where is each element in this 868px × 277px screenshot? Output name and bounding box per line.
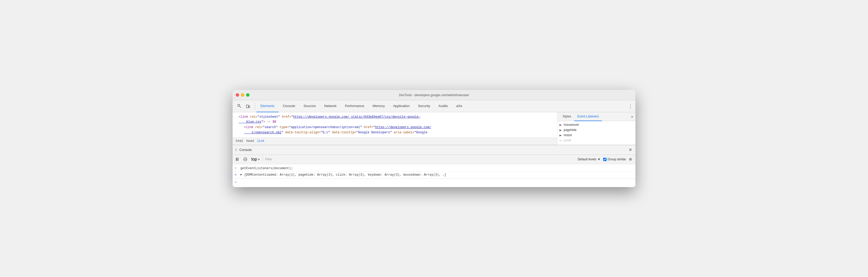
styles-panel: Styles Event Listeners » ▶ mouseover ▶ p… [557, 112, 636, 145]
tab-console[interactable]: Console [279, 100, 299, 112]
console-prompt-input: > [235, 166, 238, 171]
event-item-scroll-partial[interactable]: — scroll [557, 138, 636, 143]
tab-memory[interactable]: Memory [369, 100, 389, 112]
more-tabs-button[interactable]: ⋮ [627, 102, 634, 110]
traffic-lights [236, 93, 249, 97]
html-code-2: <link rel="search" type="application/ope… [244, 125, 556, 135]
device-toggle-button[interactable] [244, 102, 252, 110]
console-toolbar: top ▼ Default levels ▼ Group similar [232, 155, 636, 164]
close-button[interactable] [236, 93, 239, 97]
title-bar: DevTools - developers.google.com/web/sho… [232, 90, 636, 100]
tab-performance[interactable]: Performance [341, 100, 368, 112]
expand-arrow-pagehide[interactable]: ▶ [560, 129, 562, 131]
tab-styles[interactable]: Styles [560, 112, 574, 121]
devtools-container: Elements Console Sources Network Perform… [232, 100, 636, 187]
expand-arrow-mouseover[interactable]: ▶ [560, 123, 562, 126]
group-similar-text: Group similar [608, 157, 626, 161]
event-name-pagehide: pagehide [564, 128, 577, 132]
context-selector[interactable]: top ▼ [250, 156, 262, 162]
event-item-pagehide[interactable]: ▶ pagehide [557, 127, 636, 132]
main-tabs: Elements Console Sources Network Perform… [256, 100, 627, 112]
group-similar-checkbox[interactable] [603, 158, 607, 161]
breadcrumb-bar: html head link [232, 137, 557, 145]
svg-rect-4 [238, 158, 238, 161]
svg-rect-2 [249, 106, 250, 107]
event-name-resize: resize [564, 133, 572, 137]
console-play-button[interactable] [234, 156, 241, 163]
console-close-button[interactable]: ✕ [627, 147, 633, 153]
console-drag-handle[interactable]: ⠿ [235, 148, 237, 152]
tab-network[interactable]: Network [320, 100, 341, 112]
svg-rect-1 [246, 105, 248, 108]
console-text-output: {DOMContentLoaded: Array(1), pagehide: A… [244, 172, 633, 178]
svg-point-7 [630, 159, 631, 160]
console-clear-button[interactable] [242, 156, 249, 163]
devtools-window: DevTools - developers.google.com/web/sho… [232, 90, 636, 187]
minimize-button[interactable] [241, 93, 244, 97]
console-line-output: < ▶ {DOMContentLoaded: Array(1), pagehid… [232, 172, 636, 178]
filter-divider [263, 157, 263, 162]
inspect-element-button[interactable] [236, 102, 244, 110]
context-dropdown-arrow: ▼ [257, 158, 260, 161]
levels-label: Default levels [578, 157, 596, 161]
main-area: ... <link rel="stylesheet" href="https:/… [232, 112, 636, 145]
console-output[interactable]: > getEventListeners(document); < ▶ {DOMC… [232, 164, 636, 187]
breadcrumb-html[interactable]: html [235, 139, 244, 144]
console-settings-button[interactable] [627, 156, 634, 163]
expand-output-arrow[interactable]: ▶ [240, 172, 242, 177]
group-similar-label[interactable]: Group similar [603, 157, 626, 161]
breadcrumb-head[interactable]: head [245, 139, 255, 144]
tab-axe[interactable]: aXe [452, 100, 466, 112]
event-listeners-content: ▶ mouseover ▶ pagehide ▶ resize — scroll [557, 121, 636, 145]
svg-rect-3 [236, 158, 237, 161]
tab-security[interactable]: Security [414, 100, 434, 112]
line-prefix-1: ... [234, 115, 239, 120]
console-title: Console [239, 148, 252, 152]
console-header: ⠿ Console ✕ [232, 145, 636, 155]
expand-arrow-resize[interactable]: ▶ [560, 134, 562, 136]
console-line-input: > getEventListeners(document); [232, 165, 636, 172]
event-name-mouseover: mouseover [564, 123, 579, 127]
html-line-1: ... <link rel="stylesheet" href="https:/… [234, 114, 556, 125]
tab-application[interactable]: Application [389, 100, 414, 112]
console-filter-input[interactable] [264, 157, 575, 161]
tab-elements[interactable]: Elements [256, 100, 279, 112]
toolbar-icons [234, 102, 254, 110]
console-section: ⠿ Console ✕ [232, 145, 636, 187]
tab-event-listeners[interactable]: Event Listeners [574, 112, 602, 121]
tab-sources[interactable]: Sources [299, 100, 320, 112]
console-input-line: > [232, 179, 636, 186]
svg-rect-0 [238, 104, 240, 106]
html-line-2: <link rel="search" type="application/ope… [234, 125, 556, 135]
window-title: DevTools - developers.google.com/web/sho… [399, 93, 469, 97]
event-name-scroll: scroll [564, 138, 571, 142]
html-code-1: <link rel="stylesheet" href="https://dev… [239, 115, 556, 124]
levels-selector[interactable]: Default levels ▼ [576, 157, 602, 162]
console-repl-input[interactable] [240, 181, 633, 184]
line-prefix-2 [239, 125, 244, 125]
html-content[interactable]: ... <link rel="stylesheet" href="https:/… [232, 112, 557, 137]
tab-audits[interactable]: Audits [434, 100, 452, 112]
levels-arrow: ▼ [597, 157, 600, 161]
main-toolbar: Elements Console Sources Network Perform… [232, 100, 636, 112]
context-label: top [251, 157, 257, 162]
expand-arrow-scroll: — [560, 139, 562, 142]
styles-more-button[interactable]: » [631, 114, 633, 119]
styles-tabs: Styles Event Listeners » [557, 112, 636, 121]
breadcrumb-link[interactable]: link [256, 139, 266, 144]
console-text-input: getEventListeners(document); [240, 166, 633, 171]
event-item-mouseover[interactable]: ▶ mouseover [557, 122, 636, 127]
maximize-button[interactable] [246, 93, 249, 97]
event-item-resize[interactable]: ▶ resize [557, 132, 636, 138]
elements-panel: ... <link rel="stylesheet" href="https:/… [232, 112, 557, 145]
console-prompt-output: < [235, 172, 238, 178]
console-caret: > [235, 180, 238, 185]
